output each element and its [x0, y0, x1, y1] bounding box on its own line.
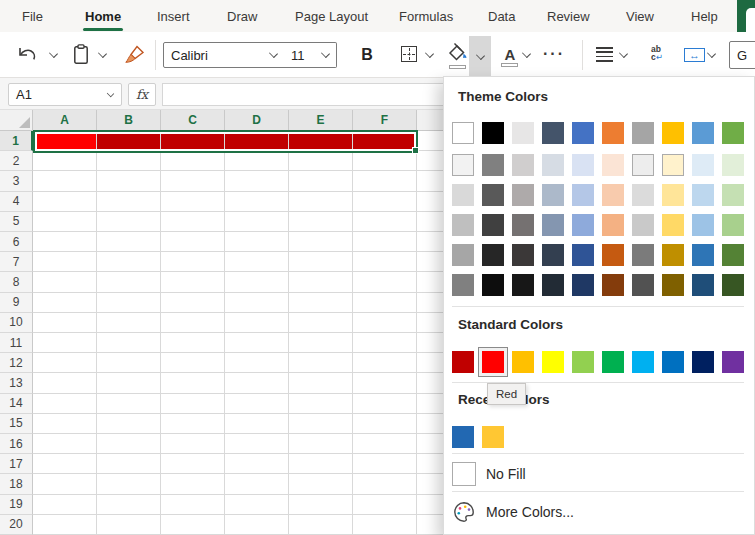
theme-variant-swatch[interactable]: [512, 214, 534, 236]
theme-variant-swatch[interactable]: [632, 244, 654, 266]
tab-review[interactable]: Review: [547, 0, 590, 32]
row-header-14[interactable]: 14: [0, 394, 33, 414]
cell-C17[interactable]: [161, 454, 225, 474]
cell-D17[interactable]: [225, 454, 289, 474]
cell-F15[interactable]: [353, 414, 417, 434]
row-header-1[interactable]: 1: [0, 131, 33, 151]
cell-D15[interactable]: [225, 414, 289, 434]
cell-E14[interactable]: [289, 394, 353, 414]
theme-variant-swatch[interactable]: [482, 244, 504, 266]
row-header-15[interactable]: 15: [0, 414, 33, 434]
cell-C10[interactable]: [161, 313, 225, 333]
cell-E9[interactable]: [289, 293, 353, 313]
theme-variant-swatch[interactable]: [692, 184, 714, 206]
row-header-11[interactable]: 11: [0, 333, 33, 353]
standard-color-swatch[interactable]: [542, 351, 564, 373]
cell-F2[interactable]: [353, 151, 417, 171]
cell-B7[interactable]: [97, 252, 161, 272]
theme-variant-swatch[interactable]: [482, 214, 504, 236]
theme-variant-swatch[interactable]: [722, 154, 744, 176]
cell-D16[interactable]: [225, 434, 289, 454]
cell-A15[interactable]: [33, 414, 97, 434]
name-box[interactable]: A1: [8, 83, 122, 106]
cell-D20[interactable]: [225, 515, 289, 535]
cell-F7[interactable]: [353, 252, 417, 272]
standard-color-swatch[interactable]: [692, 351, 714, 373]
tab-draw[interactable]: Draw: [227, 0, 257, 32]
cell-C7[interactable]: [161, 252, 225, 272]
row-header-3[interactable]: 3: [0, 171, 33, 191]
cell-E18[interactable]: [289, 474, 353, 494]
undo-button[interactable]: [16, 46, 38, 63]
row-header-13[interactable]: 13: [0, 373, 33, 393]
cell-A17[interactable]: [33, 454, 97, 474]
cell-B3[interactable]: [97, 171, 161, 191]
cell-F11[interactable]: [353, 333, 417, 353]
cell-E7[interactable]: [289, 252, 353, 272]
cell-D14[interactable]: [225, 394, 289, 414]
format-painter-button[interactable]: [124, 45, 145, 64]
cell-A5[interactable]: [33, 212, 97, 232]
theme-variant-swatch[interactable]: [572, 214, 594, 236]
theme-variant-swatch[interactable]: [572, 184, 594, 206]
theme-color-swatch[interactable]: [692, 122, 714, 144]
theme-variant-swatch[interactable]: [662, 244, 684, 266]
column-header-C[interactable]: C: [161, 110, 225, 131]
theme-variant-swatch[interactable]: [572, 154, 594, 176]
column-header-D[interactable]: D: [225, 110, 289, 131]
cell-E10[interactable]: [289, 313, 353, 333]
cell-C14[interactable]: [161, 394, 225, 414]
cell-A3[interactable]: [33, 171, 97, 191]
cell-C11[interactable]: [161, 333, 225, 353]
theme-variant-swatch[interactable]: [452, 184, 474, 206]
cell-B11[interactable]: [97, 333, 161, 353]
cell-B19[interactable]: [97, 495, 161, 515]
theme-variant-swatch[interactable]: [692, 274, 714, 296]
cell-F18[interactable]: [353, 474, 417, 494]
theme-variant-swatch[interactable]: [572, 274, 594, 296]
cell-D8[interactable]: [225, 272, 289, 292]
cell-C19[interactable]: [161, 495, 225, 515]
standard-color-swatch[interactable]: [482, 351, 504, 373]
cell-F5[interactable]: [353, 212, 417, 232]
merge-cells-button[interactable]: ↔: [684, 48, 705, 62]
tab-data[interactable]: Data: [488, 0, 515, 32]
row-header-4[interactable]: 4: [0, 192, 33, 212]
cell-A12[interactable]: [33, 353, 97, 373]
column-header-E[interactable]: E: [289, 110, 353, 131]
theme-variant-swatch[interactable]: [632, 184, 654, 206]
theme-variant-swatch[interactable]: [632, 214, 654, 236]
row-header-19[interactable]: 19: [0, 495, 33, 515]
cell-B9[interactable]: [97, 293, 161, 313]
theme-variant-swatch[interactable]: [482, 184, 504, 206]
paste-button[interactable]: [72, 44, 90, 65]
cell-C2[interactable]: [161, 151, 225, 171]
cell-E12[interactable]: [289, 353, 353, 373]
alignment-menu-arrow[interactable]: [620, 53, 627, 57]
no-fill-option[interactable]: No Fill: [452, 462, 526, 486]
standard-color-swatch[interactable]: [572, 351, 594, 373]
cell-D19[interactable]: [225, 495, 289, 515]
row-header-7[interactable]: 7: [0, 252, 33, 272]
cell-E5[interactable]: [289, 212, 353, 232]
cell-B13[interactable]: [97, 373, 161, 393]
cell-E4[interactable]: [289, 192, 353, 212]
cell-D13[interactable]: [225, 373, 289, 393]
theme-variant-swatch[interactable]: [542, 274, 564, 296]
row-header-16[interactable]: 16: [0, 434, 33, 454]
cell-B8[interactable]: [97, 272, 161, 292]
column-header-B[interactable]: B: [97, 110, 161, 131]
tab-file[interactable]: File: [22, 0, 43, 32]
font-color-button[interactable]: A: [499, 42, 521, 66]
cell-D12[interactable]: [225, 353, 289, 373]
row-header-20[interactable]: 20: [0, 515, 33, 535]
cell-E16[interactable]: [289, 434, 353, 454]
wrap-text-button[interactable]: ab c↵: [651, 45, 663, 61]
cell-F10[interactable]: [353, 313, 417, 333]
theme-color-swatch[interactable]: [542, 122, 564, 144]
cell-A6[interactable]: [33, 232, 97, 252]
cell-B2[interactable]: [97, 151, 161, 171]
cell-F3[interactable]: [353, 171, 417, 191]
cell-A19[interactable]: [33, 495, 97, 515]
theme-variant-swatch[interactable]: [632, 154, 654, 176]
